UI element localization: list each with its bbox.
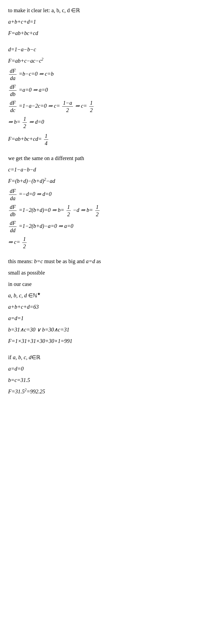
s1-half2: 1 2 [23, 115, 27, 130]
s1-line5: dF dc =1−a−2c=0 ⇒ c= 1−a 2 ⇒ c= 1 2 [8, 99, 209, 114]
s2-line5: dF dd =1−2(b+d)−a=0 ⇒ a=0 [8, 219, 209, 234]
s2-half2: 1 2 [95, 203, 100, 218]
eq2-text: F=ab+bc+cd [8, 30, 38, 36]
eq1-text: a+b+c+d=1 [8, 19, 36, 25]
s1-line7-text1: F=ab+bc+cd= [8, 136, 42, 142]
s2-line1: c=1−a−b−d [8, 165, 209, 174]
s1-line4-rest: =a=0 ⇒ a=0 [19, 87, 48, 93]
s2-df-db: dF db [9, 203, 17, 218]
s1-line2: F=ab+c−ac−c2 [8, 56, 209, 66]
s4-line3: F=31.52=992.25 [8, 387, 209, 396]
s2-line3: dF da =−d=0 ⇒ d=0 [8, 187, 209, 202]
s3-line6: F=1×31+31×30+30×1=991 [8, 336, 209, 346]
s2-line4-text2: −d ⇒ b= [73, 207, 93, 213]
s2-line6: ⇒ c= 1 2 [8, 235, 209, 250]
s3-line4: a=d=1 [8, 313, 209, 323]
s2-line4: dF db =1−2(b+d)=0 ⇒ b= 1 2 −d ⇒ b= 1 2 [8, 203, 209, 218]
s4-intro: if a, b, c, d∈ℝ [8, 352, 209, 362]
s3-line2: a, b, c, d ∈ℕ★ [8, 291, 209, 300]
s3-line5: b=31∧c=30 ∨ b=30∧c=31 [8, 325, 209, 334]
s3-intro2: small as possible [8, 268, 209, 278]
s1-line4: dF db =a=0 ⇒ a=0 [8, 83, 209, 98]
df-dc-fraction: dF dc [9, 99, 17, 114]
intro-line: to make it clear let: a, b, c, d ∈ℝ [8, 5, 209, 15]
df-da-fraction: dF da [9, 67, 17, 82]
s2-half1: 1 2 [66, 203, 71, 218]
s1-line6-text2: ⇒ d=0 [29, 119, 44, 125]
s3-line1: in our case [8, 279, 209, 289]
s4-line2: b=c=31.5 [8, 375, 209, 385]
s2-line3-rest: =−d=0 ⇒ d=0 [19, 191, 52, 197]
s2-df-dd: dF dd [9, 219, 17, 234]
s1-line3: dF da =b−c=0 ⇒ c=b [8, 67, 209, 82]
eq1-line: a+b+c+d=1 [8, 17, 209, 27]
section2: we get the same on a different path c=1−… [8, 153, 209, 250]
s1-line7: F=ab+bc+cd= 1 4 [8, 132, 209, 147]
s1-quarter: 1 4 [44, 132, 48, 147]
s1-half1: 1 2 [89, 99, 94, 114]
s2-intro: we get the same on a different path [8, 153, 209, 163]
s2-line2: F=(b+d)−(b+d)2−ad [8, 176, 209, 186]
s1-line1: d=1−a−b−c [8, 44, 209, 54]
section4: if a, b, c, d∈ℝ a=d=0 b=c=31.5 F=31.52=9… [8, 352, 209, 396]
s3-intro: this means: b=c must be as big and a=d a… [8, 256, 209, 266]
df-db-fraction: dF db [9, 83, 17, 98]
s1-line5-text1: =1−a−2c=0 ⇒ c= [19, 103, 60, 109]
eq2-line: F=ab+bc+cd [8, 28, 209, 38]
s1-line6-text1: ⇒ b= [8, 119, 20, 125]
s2-half3: 1 2 [22, 235, 27, 250]
section3: this means: b=c must be as big and a=d a… [8, 256, 209, 346]
s2-line5-rest: =1−2(b+d)−a=0 ⇒ a=0 [19, 223, 73, 229]
s1-frac1: 1−a 2 [62, 99, 73, 114]
s3-line3: a+b+c+d=63 [8, 302, 209, 312]
s2-df-da: dF da [9, 187, 17, 202]
s1-line3-rest: =b−c=0 ⇒ c=b [19, 71, 54, 77]
s4-line1: a=d=0 [8, 364, 209, 374]
math-content: to make it clear let: a, b, c, d ∈ℝ a+b+… [8, 5, 209, 396]
s1-line5-text2: ⇒ c= [75, 103, 87, 109]
s2-line6-text1: ⇒ c= [8, 239, 20, 245]
s2-line4-text1: =1−2(b+d)=0 ⇒ b= [19, 207, 64, 213]
section1: d=1−a−b−c F=ab+c−ac−c2 dF da =b−c=0 ⇒ c=… [8, 44, 209, 147]
s1-line6: ⇒ b= 1 2 ⇒ d=0 [8, 115, 209, 130]
